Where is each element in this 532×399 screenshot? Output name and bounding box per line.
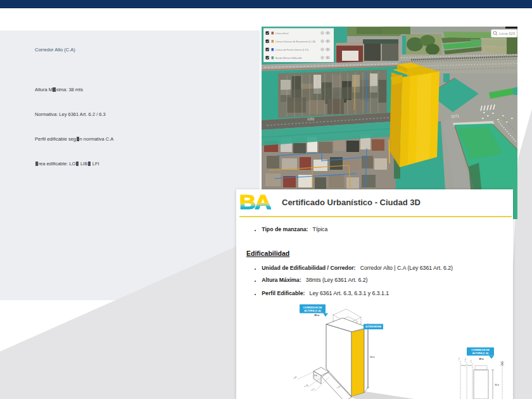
svg-text:L.M: L.M: [458, 358, 460, 360]
svg-text:Banda Mínima Edificable: Banda Mínima Edificable: [276, 57, 302, 60]
svg-text:Líneas de Frente Interno (L.F.: Líneas de Frente Interno (L.F.I): [276, 49, 309, 51]
svg-text:6 m: 6 m: [314, 374, 317, 377]
svg-text:L.M: L.M: [293, 376, 298, 379]
svg-text:L.F.I: L.F.I: [311, 388, 315, 391]
svg-text:L.I.B: L.I.B: [304, 384, 308, 388]
svg-text:Líneas Internas de Basamento (: Líneas Internas de Basamento (L.I.B): [276, 41, 316, 43]
svg-text:38 m: 38 m: [314, 314, 319, 317]
svg-text:38 m: 38 m: [495, 384, 499, 386]
svg-text:Línea oficial: Línea oficial: [276, 32, 288, 35]
svg-text:ALTURA MÁXIMA: ALTURA MÁXIMA: [365, 325, 382, 328]
svg-text:1101: 1101: [307, 117, 315, 121]
svg-text:CORREDOR DE: CORREDOR DE: [471, 349, 490, 352]
svg-text:CORREDOR DE: CORREDOR DE: [303, 306, 322, 309]
svg-text:ALTURA (C.A): ALTURA (C.A): [472, 352, 489, 355]
svg-text:BA: BA: [240, 193, 271, 210]
svg-text:38 m: 38 m: [479, 358, 484, 360]
svg-text:1071: 1071: [451, 114, 460, 118]
svg-text:38 m: 38 m: [370, 356, 375, 358]
svg-text:L.F.I: L.F.I: [470, 360, 472, 363]
svg-text:Lima 625: Lima 625: [499, 31, 516, 35]
svg-text:ALTURA (C.A): ALTURA (C.A): [304, 309, 321, 312]
svg-text:L.I.B: L.I.B: [464, 358, 467, 362]
